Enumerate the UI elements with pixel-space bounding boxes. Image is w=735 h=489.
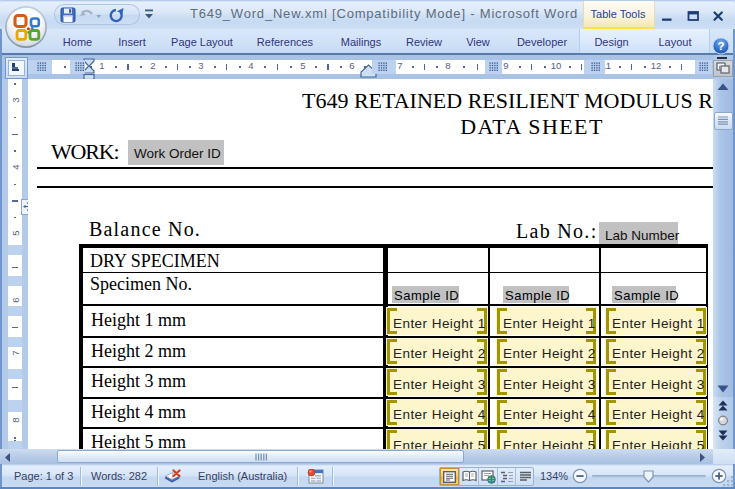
svg-text:?: ? (717, 40, 724, 52)
